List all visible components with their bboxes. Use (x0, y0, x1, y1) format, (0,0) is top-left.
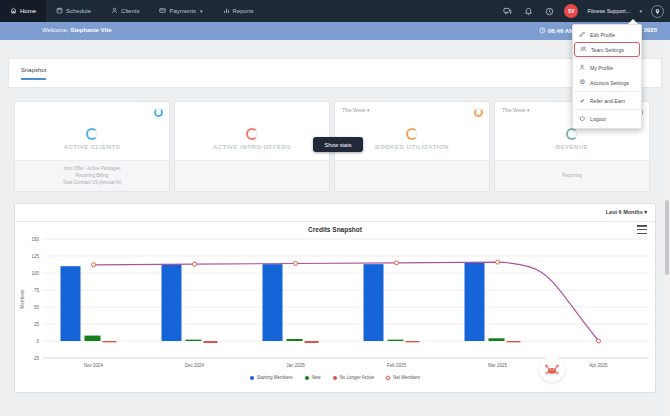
nav-item-clients[interactable]: Clients (101, 0, 149, 22)
dropdown-item-logout[interactable]: Logout (573, 111, 641, 126)
nav-item-label: Schedule (66, 8, 91, 14)
team-icon (580, 46, 587, 53)
dropdown-item-label: Edit Profile (590, 32, 615, 38)
clock-icon[interactable] (543, 5, 555, 17)
svg-text:Members: Members (20, 289, 25, 309)
top-navbar: HomeScheduleClientsPayments▾Reports SV F… (0, 0, 670, 22)
card-title: REVENUE (495, 144, 649, 150)
legend-label: Net Members (393, 375, 420, 380)
show-stats-button[interactable]: Show stats (313, 137, 363, 152)
legend-dot-icon (250, 376, 254, 380)
account-name[interactable]: Fitness Support... (587, 8, 630, 14)
chart-title: Credits Snapshot (15, 226, 655, 233)
nav-item-label: Reports (233, 8, 254, 14)
card-footer (335, 160, 489, 191)
chevron-down-icon[interactable]: ▾ (639, 8, 642, 14)
loading-spinner-icon (406, 128, 418, 140)
tab-snapshot[interactable]: Snapshot (21, 67, 46, 80)
legend-dot-icon (305, 376, 309, 380)
svg-text:Feb 2025: Feb 2025 (387, 363, 407, 368)
dropdown-item-account-settings[interactable]: ⚙Account Settings (573, 75, 641, 90)
nav-item-home[interactable]: Home (0, 0, 46, 22)
legend-item-no-longer-active[interactable]: No Longer Active (333, 375, 374, 380)
avatar[interactable]: SV (564, 4, 578, 18)
bar-chart-icon (223, 7, 230, 15)
dropdown-item-label: Account Settings (590, 80, 629, 86)
nav-item-label: Payments (169, 8, 196, 14)
dropdown-item-label: Refer and Earn (590, 98, 625, 104)
chevron-down-icon: ▾ (644, 209, 647, 215)
welcome-bar: Welcome, Stephanie Vite 06:46 AM 2025 (0, 22, 670, 40)
nav-item-payments[interactable]: Payments▾ (149, 0, 212, 22)
dropdown-item-edit-profile[interactable]: Edit Profile (573, 27, 641, 42)
loading-spinner-icon (154, 108, 163, 117)
svg-text:Jan 2025: Jan 2025 (286, 363, 305, 368)
profile-dropdown: Edit ProfileTeam SettingsMy Profile⚙Acco… (572, 24, 642, 129)
card-footer-line: Recurring (562, 173, 582, 179)
chat-icon[interactable] (501, 5, 513, 17)
chevron-down-icon: ▾ (527, 107, 530, 113)
chevron-down-icon: ▾ (200, 8, 203, 14)
card-period-selector[interactable]: This Week ▾ (342, 107, 369, 113)
welcome-message: Welcome, Stephanie Vite (42, 27, 112, 33)
dropdown-item-team-settings[interactable]: Team Settings (574, 42, 640, 57)
person-icon (579, 64, 586, 71)
legend-label: Starting Members (257, 375, 293, 380)
legend-dot-icon (333, 376, 337, 380)
dropdown-item-my-profile[interactable]: My Profile (573, 60, 641, 75)
svg-text:25: 25 (34, 322, 40, 327)
dropdown-item-label: My Profile (590, 65, 613, 71)
gear-icon: ⚙ (579, 79, 586, 86)
card-title: ACTIVE INTRO OFFERS (175, 144, 329, 150)
nav-item-reports[interactable]: Reports (213, 0, 264, 22)
check-icon: ✔ (579, 97, 586, 104)
current-time: 06:46 AM (539, 27, 574, 34)
svg-text:Apr 2025: Apr 2025 (589, 363, 608, 368)
loading-spinner-icon (246, 128, 258, 140)
loading-spinner-icon (86, 128, 98, 140)
dropdown-divider (573, 109, 641, 110)
dropdown-item-label: Team Settings (591, 47, 624, 53)
svg-text:125: 125 (31, 254, 39, 259)
card-footer: Intro Offer - Active PackagesRecurring B… (15, 160, 169, 191)
svg-text:50: 50 (34, 305, 40, 310)
svg-text:0: 0 (36, 339, 39, 344)
legend-item-starting-members[interactable]: Starting Members (250, 375, 293, 380)
svg-text:Dec 2024: Dec 2024 (185, 363, 205, 368)
card-icon (159, 7, 166, 15)
dropdown-item-refer-and-earn[interactable]: ✔Refer and Earn (573, 93, 641, 108)
legend-item-net-members[interactable]: Net Members (386, 375, 420, 380)
legend-item-new[interactable]: New (305, 375, 321, 380)
card-footer-line: Total Contract VS (Annual %) (63, 180, 122, 186)
legend-label: No Longer Active (340, 375, 374, 380)
range-selector[interactable]: Last 6 Months ▾ (606, 209, 647, 215)
nav-item-label: Home (20, 8, 36, 14)
power-icon (579, 115, 586, 122)
dropdown-item-label: Logout (590, 116, 606, 122)
person-icon (111, 7, 118, 15)
scrollbar-track (664, 40, 670, 416)
pencil-icon (579, 31, 586, 38)
current-date-fragment: 2025 (644, 27, 657, 33)
svg-text:100: 100 (31, 271, 39, 276)
card-footer: Recurring (495, 160, 649, 191)
dropdown-caret (628, 19, 638, 24)
location-pin-icon[interactable] (651, 5, 664, 18)
svg-text:Mar 2025: Mar 2025 (488, 363, 508, 368)
kpi-card-active-intro-offers: ACTIVE INTRO OFFERS (174, 101, 330, 192)
tab-strip: Snapshot (8, 58, 662, 88)
svg-text:-25: -25 (32, 356, 39, 361)
card-period-selector[interactable]: This Week ▾ (502, 107, 529, 113)
svg-text:75: 75 (34, 288, 40, 293)
dropdown-divider (573, 91, 641, 92)
scrollbar-thumb[interactable] (665, 200, 669, 275)
clock-small-icon (539, 27, 546, 34)
legend-label: New (312, 375, 321, 380)
chart-panel-header: Last 6 Months ▾ (15, 204, 655, 222)
card-footer (175, 160, 329, 191)
svg-text:Nov 2024: Nov 2024 (84, 363, 104, 368)
crab-mascot-icon[interactable] (539, 356, 565, 382)
dropdown-divider (573, 58, 641, 59)
nav-item-schedule[interactable]: Schedule (46, 0, 101, 22)
bell-icon[interactable] (522, 5, 534, 17)
